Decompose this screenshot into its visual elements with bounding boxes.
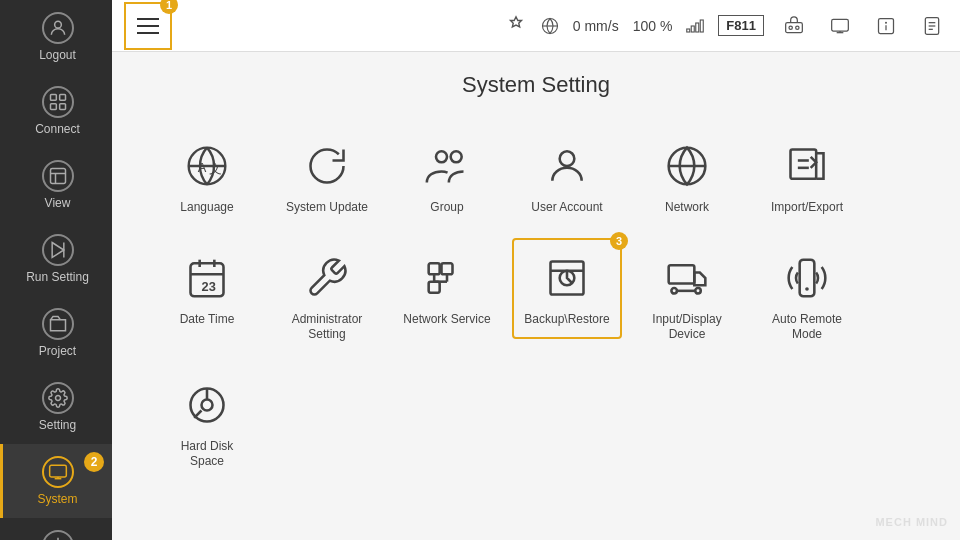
main-area: 1 0 mm/s 100 % F811 bbox=[112, 0, 960, 540]
grid-item-hard-disk[interactable]: Hard Disk Space bbox=[152, 365, 262, 482]
network-service-icon bbox=[421, 252, 473, 304]
header: 1 0 mm/s 100 % F811 bbox=[112, 0, 960, 52]
sidebar-label-project: Project bbox=[39, 344, 76, 358]
hamburger-line bbox=[137, 18, 159, 20]
grid-item-input-display[interactable]: Input/Display Device bbox=[632, 238, 742, 355]
sidebar-item-logout[interactable]: Logout bbox=[0, 0, 112, 74]
sidebar-item-connect[interactable]: Connect bbox=[0, 74, 112, 148]
project-icon bbox=[42, 308, 74, 340]
speed-value: 0 mm/s bbox=[573, 18, 619, 34]
header-doc-btn[interactable] bbox=[916, 10, 948, 42]
view-icon bbox=[42, 160, 74, 192]
sidebar-label-setting: Setting bbox=[39, 418, 76, 432]
sidebar: Logout Connect View Run Setting bbox=[0, 0, 112, 540]
grid-item-admin-setting[interactable]: Administrator Setting bbox=[272, 238, 382, 355]
system-update-icon bbox=[301, 140, 353, 192]
import-export-icon bbox=[781, 140, 833, 192]
hard-disk-icon bbox=[181, 379, 233, 431]
grid-item-user-account[interactable]: User Account bbox=[512, 126, 622, 228]
svg-rect-4 bbox=[59, 104, 65, 110]
svg-rect-59 bbox=[669, 265, 695, 283]
svg-point-39 bbox=[560, 151, 575, 166]
hamburger-line bbox=[137, 32, 159, 34]
sidebar-label-connect: Connect bbox=[35, 122, 80, 136]
input-display-icon bbox=[661, 252, 713, 304]
svg-point-10 bbox=[55, 396, 60, 401]
grid-item-import-export[interactable]: Import/Export bbox=[752, 126, 862, 228]
user-account-icon bbox=[541, 140, 593, 192]
svg-point-23 bbox=[796, 26, 799, 29]
user-account-label: User Account bbox=[531, 200, 602, 216]
svg-rect-3 bbox=[50, 104, 56, 110]
grid-item-network[interactable]: Network bbox=[632, 126, 742, 228]
group-icon bbox=[421, 140, 473, 192]
svg-rect-5 bbox=[50, 169, 65, 184]
sidebar-item-shutdown[interactable]: Shutdown bbox=[0, 518, 112, 540]
sidebar-label-system: System bbox=[37, 492, 77, 506]
svg-point-60 bbox=[671, 288, 677, 294]
header-robot-btn[interactable] bbox=[778, 10, 810, 42]
svg-point-29 bbox=[886, 22, 887, 23]
sidebar-item-run-setting[interactable]: Run Setting bbox=[0, 222, 112, 296]
svg-marker-8 bbox=[52, 243, 64, 258]
svg-point-0 bbox=[54, 21, 61, 28]
svg-rect-18 bbox=[692, 26, 695, 32]
signal-icon bbox=[686, 19, 704, 33]
run-setting-icon bbox=[42, 234, 74, 266]
admin-setting-label: Administrator Setting bbox=[282, 312, 372, 343]
connect-icon bbox=[42, 86, 74, 118]
svg-point-66 bbox=[202, 399, 213, 410]
grid-item-network-service[interactable]: Network Service bbox=[392, 238, 502, 355]
sidebar-item-setting[interactable]: Setting bbox=[0, 370, 112, 444]
grid-item-backup-restore[interactable]: Backup\Restore bbox=[512, 238, 622, 340]
language-label: Language bbox=[180, 200, 233, 216]
grid-item-group[interactable]: Group bbox=[392, 126, 502, 228]
network-label: Network bbox=[665, 200, 709, 216]
sidebar-label-view: View bbox=[45, 196, 71, 210]
admin-setting-icon bbox=[301, 252, 353, 304]
svg-rect-17 bbox=[687, 29, 690, 32]
header-display-btn[interactable] bbox=[824, 10, 856, 42]
sidebar-label-logout: Logout bbox=[39, 48, 76, 62]
system-update-label: System Update bbox=[286, 200, 368, 216]
grid-item-system-update[interactable]: System Update bbox=[272, 126, 382, 228]
robot-icon bbox=[505, 15, 527, 37]
setting-icon bbox=[42, 382, 74, 414]
grid-item-auto-remote[interactable]: Auto Remote Mode bbox=[752, 238, 862, 355]
header-info-btn[interactable] bbox=[870, 10, 902, 42]
svg-rect-50 bbox=[429, 263, 440, 274]
svg-rect-52 bbox=[429, 281, 440, 292]
system-badge: 2 bbox=[84, 452, 104, 472]
hamburger-line bbox=[137, 25, 159, 27]
svg-rect-2 bbox=[59, 95, 65, 101]
grid-item-wrapper-backup: Backup\Restore 3 bbox=[512, 238, 622, 355]
svg-rect-51 bbox=[442, 263, 453, 274]
settings-grid: A 文 Language System Update bbox=[152, 126, 920, 482]
header-info: 0 mm/s 100 % F811 bbox=[505, 10, 948, 42]
menu-button[interactable]: 1 bbox=[124, 2, 172, 50]
grid-item-date-time[interactable]: 23 Date Time bbox=[152, 238, 262, 355]
sidebar-item-view[interactable]: View bbox=[0, 148, 112, 222]
backup-badge: 3 bbox=[610, 232, 628, 250]
svg-text:23: 23 bbox=[202, 278, 216, 293]
backup-restore-label: Backup\Restore bbox=[524, 312, 609, 328]
grid-item-language[interactable]: A 文 Language bbox=[152, 126, 262, 228]
page-title: System Setting bbox=[152, 72, 920, 98]
svg-point-38 bbox=[451, 151, 462, 162]
sidebar-item-system[interactable]: 2 System bbox=[0, 444, 112, 518]
input-display-label: Input/Display Device bbox=[642, 312, 732, 343]
shutdown-icon bbox=[42, 530, 74, 540]
sidebar-label-run-setting: Run Setting bbox=[26, 270, 89, 284]
sidebar-item-project[interactable]: Project bbox=[0, 296, 112, 370]
auto-remote-icon bbox=[781, 252, 833, 304]
svg-rect-1 bbox=[50, 95, 56, 101]
date-time-icon: 23 bbox=[181, 252, 233, 304]
percent-value: 100 % bbox=[633, 18, 673, 34]
date-time-label: Date Time bbox=[180, 312, 235, 328]
system-icon bbox=[42, 456, 74, 488]
hard-disk-label: Hard Disk Space bbox=[162, 439, 252, 470]
svg-rect-19 bbox=[696, 23, 699, 32]
svg-rect-63 bbox=[800, 259, 815, 296]
auto-remote-label: Auto Remote Mode bbox=[762, 312, 852, 343]
svg-text:文: 文 bbox=[209, 161, 222, 176]
